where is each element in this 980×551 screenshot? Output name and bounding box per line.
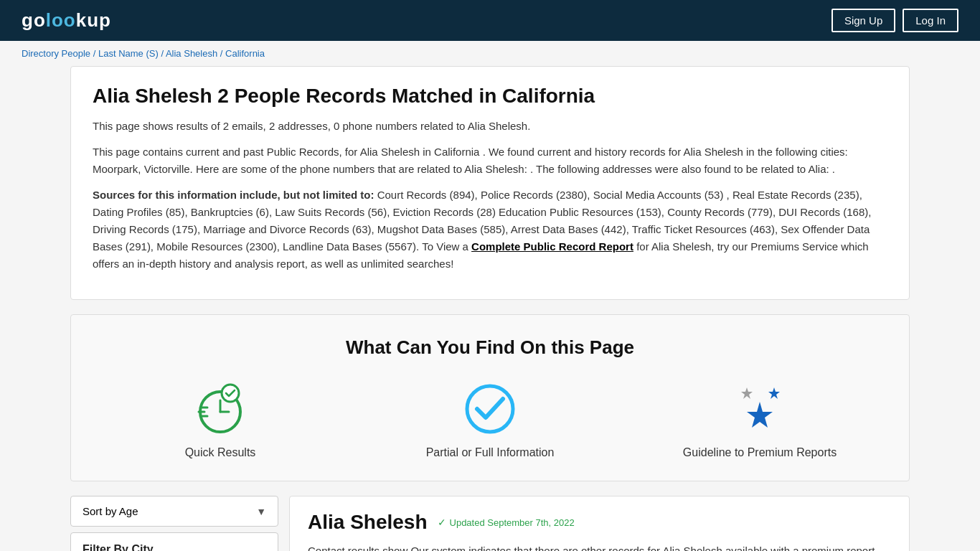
person-header: Alia Shelesh ✓ Updated September 7th, 20… [308,511,891,534]
svg-marker-10 [741,387,753,399]
person-name: Alia Shelesh [308,511,428,534]
sort-select[interactable]: Sort by Age Sort by Name [83,505,256,517]
logo-eye-icon: loo [46,9,76,31]
find-features: Quick Results Partial or Full Informatio… [85,380,895,459]
partial-full-icon [461,380,519,438]
premium-icon [731,380,788,438]
filter-title: Filter By City [83,543,266,551]
check-icon: ✓ [438,517,446,528]
summary-text: This page shows results of 2 emails, 2 a… [93,118,887,135]
signup-button[interactable]: Sign Up [831,9,895,32]
feature-partial-full: Partial or Full Information [355,380,625,459]
find-title: What Can You Find On this Page [85,336,895,359]
svg-marker-9 [768,387,780,399]
login-button[interactable]: Log In [903,9,958,32]
sources-label: Sources for this information include, bu… [93,189,374,201]
page-title: Alia Shelesh 2 People Records Matched in… [93,85,887,108]
partial-full-label: Partial or Full Information [426,446,555,459]
person-card: Alia Shelesh ✓ Updated September 7th, 20… [289,496,910,551]
breadcrumb-name[interactable]: Alia Shelesh [166,48,217,59]
feature-premium: Guideline to Premium Reports [625,380,895,459]
updated-text: Updated September 7th, 2022 [450,517,575,528]
logo-text-go: go [22,9,46,31]
person-description: Contact results show Our system indicate… [308,542,891,551]
breadcrumb-lastname[interactable]: Last Name (S) [98,48,159,59]
sources-text: Sources for this information include, bu… [93,187,887,273]
report-link[interactable]: Complete Public Record Report [471,240,633,253]
premium-label: Guideline to Premium Reports [683,446,837,459]
quick-results-label: Quick Results [185,446,256,459]
chevron-down-icon: ▼ [256,506,266,517]
bottom-section: Sort by Age Sort by Name ▼ Filter By Cit… [70,496,910,551]
breadcrumb-state[interactable]: California [225,48,265,59]
site-header: golookup Sign Up Log In [0,0,980,41]
main-container: Alia Shelesh 2 People Records Matched in… [60,66,920,551]
info-card: Alia Shelesh 2 People Records Matched in… [70,66,910,300]
quick-results-icon [192,380,249,438]
svg-marker-8 [747,402,773,428]
description-text: This page contains current and past Publ… [93,143,887,178]
site-logo: golookup [22,9,111,32]
svg-point-7 [467,386,513,432]
updated-badge: ✓ Updated September 7th, 2022 [438,517,575,528]
logo-text-kup: kup [76,9,111,31]
find-card: What Can You Find On this Page [70,314,910,481]
filter-card: Filter By City Victorville 1 [70,532,278,551]
header-actions: Sign Up Log In [831,9,958,32]
sort-dropdown[interactable]: Sort by Age Sort by Name ▼ [70,496,278,527]
sidebar: Sort by Age Sort by Name ▼ Filter By Cit… [70,496,278,551]
breadcrumb-directory[interactable]: Directory People [22,48,90,59]
breadcrumb: Directory People / Last Name (S) / Alia … [0,41,980,66]
feature-quick-results: Quick Results [85,380,355,459]
svg-point-6 [222,385,239,402]
